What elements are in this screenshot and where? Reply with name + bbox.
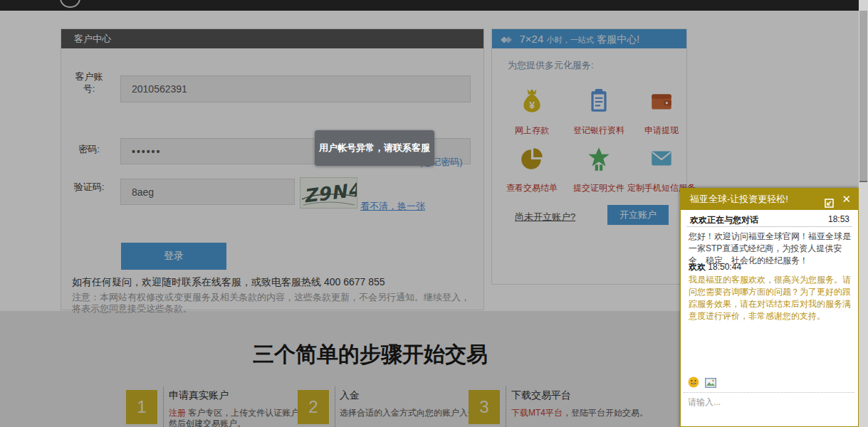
chat-window-title: 福亚全球-让投资更轻松! [690,194,788,204]
scrollbar-thumb[interactable] [859,11,867,182]
chat-message-input[interactable] [686,395,854,426]
close-icon[interactable]: ✕ [842,189,851,210]
send-image-icon[interactable] [705,378,716,391]
popout-icon[interactable] [825,194,834,216]
chat-status-text: 欢欢正在与您对话 [690,214,758,226]
scrollbar-track[interactable] [859,0,868,427]
chat-toolbar [688,376,719,389]
chat-widget: 福亚全球-让投资更轻松! ✕ 欢欢正在与您对话 18:53 您好！欢迎访问福亚全… [680,188,859,427]
chat-agent-line: 欢欢 18:50:44 [689,261,741,273]
account-error-tooltip: 用户帐号异常，请联系客服 [315,130,434,166]
chat-message-time: 18:50:44 [708,262,741,272]
chat-header: 福亚全球-让投资更轻松! ✕ [681,189,858,210]
emoji-icon[interactable] [688,376,699,391]
chat-divider [686,226,852,227]
page: 三个简单的步骤开始交易 1 申请真实账户 注册 客户专区，上传文件认证账户，然后… [0,0,868,427]
chat-status-time: 18:53 [828,214,849,224]
chat-agent-message: 我是福亚的客服欢欢，很高兴为您服务。请问您需要咨询哪方面的问题？为了更好的跟踪服… [689,274,852,322]
chat-input-separator [684,392,854,393]
chat-agent-name: 欢欢 [689,262,706,272]
